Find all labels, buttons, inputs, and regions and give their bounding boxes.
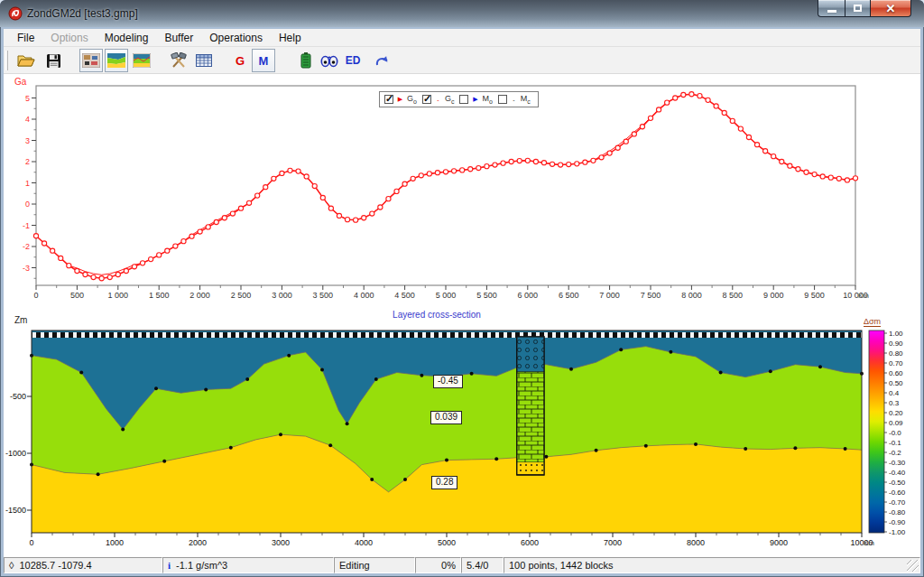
status-model-info: 100 points, 1442 blocks: [504, 557, 920, 573]
svg-text:0.80: 0.80: [889, 349, 903, 358]
view-section-button[interactable]: [105, 49, 128, 72]
svg-text:7000: 7000: [604, 538, 622, 547]
svg-text:9 500: 9 500: [804, 291, 825, 300]
ed-label: ED: [346, 54, 361, 67]
status-misfit: 5.4/0: [461, 557, 504, 573]
svg-text:0.09: 0.09: [889, 419, 903, 427]
svg-text:-0.80: -0.80: [889, 508, 906, 517]
gravity-profile-plot[interactable]: 05001 0001 5002 0002 5003 0003 5004 0004…: [4, 74, 920, 305]
svg-text:-3: -3: [23, 264, 30, 273]
table-button[interactable]: [192, 49, 216, 72]
info-icon: i: [168, 560, 171, 571]
legend-checkbox-gc[interactable]: [422, 95, 431, 104]
svg-text:-1500: -1500: [5, 506, 26, 515]
undo-icon: [374, 54, 390, 67]
svg-text:2: 2: [25, 157, 30, 166]
legend-checkbox-mc[interactable]: [498, 95, 507, 104]
svg-text:-0.60: -0.60: [889, 489, 906, 497]
svg-text:0.70: 0.70: [889, 359, 903, 368]
cross-section-chart[interactable]: Layered cross-section Zm Δσm 01000200030…: [4, 305, 920, 555]
section-layers: [30, 330, 864, 533]
legend-marker-icon: -: [510, 97, 518, 103]
cross-section-plot[interactable]: 0100020003000400050006000700080009000100…: [4, 305, 920, 555]
svg-text:-1000: -1000: [5, 449, 26, 458]
legend-checkbox-go[interactable]: [384, 95, 393, 104]
folder-open-icon: [17, 53, 35, 68]
client-area: FileOptionsModelingBufferOperationsHelp: [4, 29, 920, 557]
cross-section-title: Layered cross-section: [4, 310, 870, 320]
minimize-icon: [827, 10, 836, 13]
menu-item-buffer[interactable]: Buffer: [156, 30, 201, 46]
menu-bar: FileOptionsModelingBufferOperationsHelp: [4, 29, 920, 47]
svg-text:1 500: 1 500: [149, 291, 170, 300]
status-coordinates: ◊ 10285.7 -1079.4: [4, 557, 162, 573]
density-label-upper: -0.45: [433, 375, 463, 388]
svg-text:3: 3: [25, 136, 30, 145]
binoculars-button[interactable]: [318, 49, 341, 72]
legend-checkbox-mo[interactable]: [459, 95, 468, 104]
close-button[interactable]: ✕: [871, 0, 911, 17]
svg-text:1 000: 1 000: [108, 291, 129, 300]
gravity-profile-chart[interactable]: Ga 05001 0001 5002 0002 5003 0003 5004 0…: [4, 74, 920, 305]
toolbar-grip[interactable]: [5, 51, 8, 70]
gravity-mode-button[interactable]: G: [228, 49, 252, 72]
undo-button[interactable]: [370, 49, 393, 72]
svg-text:6000: 6000: [521, 538, 539, 547]
magnetic-mode-button[interactable]: M: [252, 49, 275, 72]
svg-text:1.00: 1.00: [889, 330, 903, 338]
svg-text:-2: -2: [23, 242, 30, 251]
density-label-lower: 0.28: [431, 476, 457, 489]
svg-text:7 500: 7 500: [641, 291, 661, 300]
borehole-column: [517, 337, 544, 475]
menu-item-operations[interactable]: Operations: [201, 30, 271, 46]
menu-item-options: Options: [42, 30, 96, 46]
tools-button[interactable]: [167, 49, 190, 72]
svg-text:4: 4: [25, 115, 30, 124]
svg-text:9 000: 9 000: [763, 291, 784, 300]
svg-text:8 000: 8 000: [681, 291, 702, 300]
x-unit-label: Km: [864, 539, 874, 547]
svg-text:5 000: 5 000: [436, 291, 457, 300]
svg-text:3 500: 3 500: [313, 291, 334, 300]
svg-text:0.3: 0.3: [889, 399, 900, 407]
table-icon: [196, 54, 212, 67]
svg-text:2000: 2000: [189, 538, 207, 547]
battery-button[interactable]: [294, 49, 318, 72]
view-observed-button[interactable]: [79, 49, 103, 72]
close-icon: ✕: [886, 2, 896, 15]
density-label-middle: 0.039: [430, 411, 462, 424]
binoculars-icon: [320, 53, 338, 68]
maximize-button[interactable]: [845, 0, 871, 17]
svg-text:-500: -500: [10, 392, 26, 401]
title-bar[interactable]: ZondGM2d [test3.gmp] ✕: [0, 0, 924, 27]
svg-text:-0.40: -0.40: [889, 469, 906, 477]
view-combined-button[interactable]: [130, 49, 153, 72]
minimize-button[interactable]: [818, 0, 845, 17]
resize-grip[interactable]: [907, 560, 919, 572]
svg-text:5: 5: [25, 94, 30, 103]
menu-item-modeling[interactable]: Modeling: [97, 30, 157, 46]
menu-item-help[interactable]: Help: [271, 30, 310, 46]
legend-label: Go: [407, 94, 417, 105]
profile-axes: 05001 0001 5002 0002 5003 0003 5004 0004…: [23, 86, 869, 300]
svg-text:0.20: 0.20: [889, 409, 903, 417]
app-window: ZondGM2d [test3.gmp] ✕ FileOptionsModeli…: [0, 0, 924, 577]
ed-button[interactable]: ED: [341, 49, 365, 72]
svg-text:5000: 5000: [438, 538, 456, 547]
legend-label: Gc: [445, 94, 455, 105]
svg-text:0.90: 0.90: [889, 340, 903, 348]
svg-text:7 000: 7 000: [599, 291, 620, 300]
status-bar: ◊ 10285.7 -1079.4 i -1.1 g/sm^3 Editing …: [4, 557, 920, 573]
svg-text:1000: 1000: [106, 538, 124, 547]
model-view-1-icon: [82, 53, 100, 68]
save-button[interactable]: [42, 49, 65, 72]
svg-text:2 000: 2 000: [189, 291, 210, 300]
svg-text:0: 0: [29, 538, 33, 547]
position-icon: ◊: [9, 560, 14, 571]
menu-item-file[interactable]: File: [9, 30, 42, 46]
depth-axis-label: Zm: [14, 315, 27, 325]
maximize-icon: [854, 5, 862, 12]
open-button[interactable]: [14, 49, 38, 72]
colorbar: 1.000.900.800.700.600.500.40.30.200.09-0…: [869, 330, 906, 536]
svg-text:-0.50: -0.50: [889, 479, 906, 487]
